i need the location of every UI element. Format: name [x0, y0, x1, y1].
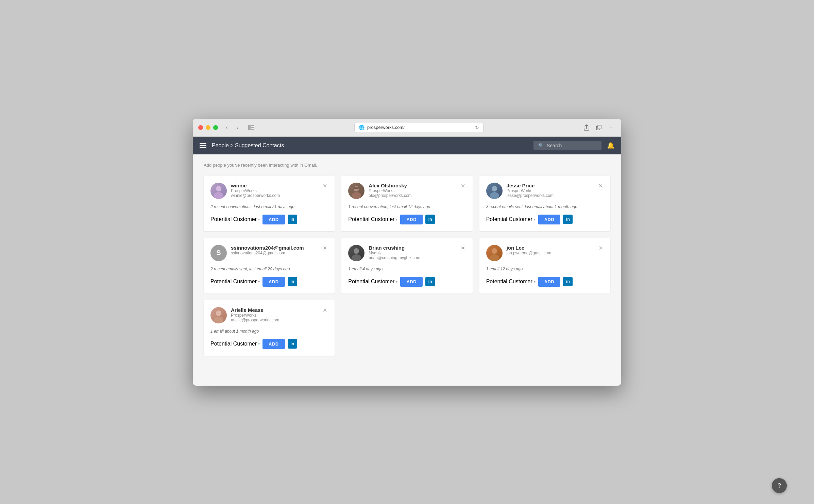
avatar	[210, 307, 227, 323]
linkedin-button[interactable]: in	[425, 215, 435, 224]
chevron-down-icon: ▾	[258, 342, 260, 346]
contact-card-jon-lee: jon Lee jon.pwdemo@gmail.com ✕ 1 email 1…	[479, 238, 610, 293]
svg-point-17	[216, 310, 221, 316]
dismiss-button[interactable]: ✕	[598, 183, 604, 189]
contact-company: jon.pwdemo@gmail.com	[507, 251, 598, 255]
contact-company: ssinnovations204@gmail.com	[231, 251, 322, 255]
contact-card-jesse-price: Jesse Price ProsperWorks jesse@prosperwo…	[479, 176, 610, 231]
maximize-traffic-light[interactable]	[213, 125, 218, 130]
browser-chrome: ‹ › 🌐 prosperworks.com/ ↻	[193, 119, 621, 137]
svg-point-18	[214, 317, 223, 323]
card-header: Brian crushing Mygbiz brian@crushing.myg…	[348, 245, 465, 261]
contact-company: ProsperWorks	[231, 313, 322, 318]
svg-point-16	[490, 254, 499, 261]
contact-card-brian-crushing: Brian crushing Mygbiz brian@crushing.myg…	[341, 238, 472, 293]
card-activity: 1 email 12 days ago	[486, 267, 604, 271]
svg-rect-5	[598, 125, 601, 129]
type-dropdown[interactable]: Potential Customer ▾	[210, 216, 260, 222]
refresh-icon[interactable]: ↻	[475, 125, 479, 130]
card-activity: 3 recent emails sent, last email about 1…	[486, 204, 604, 209]
new-tab-button[interactable]: +	[606, 123, 616, 132]
minimize-traffic-light[interactable]	[206, 125, 210, 130]
type-label: Potential Customer	[348, 279, 394, 285]
linkedin-button[interactable]: in	[563, 277, 573, 286]
type-dropdown[interactable]: Potential Customer ▾	[486, 216, 536, 222]
sidebar-toggle-button[interactable]	[247, 123, 256, 132]
contact-card-ssinnovations: S ssinnovations204@gmail.com ssinnovatio…	[204, 238, 335, 293]
close-traffic-light[interactable]	[198, 125, 203, 130]
card-header: Alex Olshonsky ProsperWorks olo@prosperw…	[348, 183, 465, 199]
notification-button[interactable]: 🔔	[607, 142, 614, 149]
svg-point-13	[354, 248, 359, 254]
card-footer: Potential Customer ▾ ADD in	[348, 215, 465, 224]
address-bar[interactable]: 🌐 prosperworks.com/ ↻	[354, 123, 484, 132]
browser-titlebar: ‹ › 🌐 prosperworks.com/ ↻	[193, 119, 621, 136]
linkedin-button[interactable]: in	[288, 215, 297, 224]
dismiss-button[interactable]: ✕	[322, 245, 328, 252]
card-activity: 1 email 4 days ago	[348, 267, 465, 271]
search-bar[interactable]: 🔍 Search	[533, 141, 601, 150]
add-button[interactable]: ADD	[262, 215, 285, 224]
add-button[interactable]: ADD	[538, 215, 561, 224]
contact-info: Brian crushing Mygbiz brian@crushing.myg…	[369, 245, 460, 260]
contacts-grid: winnie ProsperWorks winnie@prosperworks.…	[204, 176, 610, 356]
card-header: Arielle Mease ProsperWorks arielle@prosp…	[210, 307, 328, 323]
card-activity: 1 recent conversation, last email 12 day…	[348, 204, 465, 209]
contact-card-winnie: winnie ProsperWorks winnie@prosperworks.…	[204, 176, 335, 231]
forward-button[interactable]: ›	[233, 123, 242, 132]
svg-rect-2	[251, 127, 254, 128]
chevron-down-icon: ▾	[396, 280, 397, 284]
linkedin-button[interactable]: in	[425, 277, 435, 286]
type-dropdown[interactable]: Potential Customer ▾	[486, 279, 536, 285]
share-button[interactable]	[582, 123, 591, 132]
add-button[interactable]: ADD	[400, 215, 423, 224]
type-label: Potential Customer	[486, 279, 532, 285]
type-dropdown[interactable]: Potential Customer ▾	[210, 341, 260, 347]
svg-point-9	[352, 192, 361, 199]
linkedin-button[interactable]: in	[288, 339, 297, 349]
contact-name: Brian crushing	[369, 245, 460, 251]
add-button[interactable]: ADD	[262, 339, 285, 349]
contact-info: Alex Olshonsky ProsperWorks olo@prosperw…	[369, 183, 460, 198]
chevron-down-icon: ▾	[258, 218, 260, 221]
contact-card-arielle-mease: Arielle Mease ProsperWorks arielle@prosp…	[204, 300, 335, 356]
hamburger-button[interactable]	[200, 143, 206, 148]
contact-card-alex-olshonsky: Alex Olshonsky ProsperWorks olo@prosperw…	[341, 176, 472, 231]
dismiss-button[interactable]: ✕	[460, 245, 466, 252]
card-activity: 2 recent emails sent, last email 20 days…	[210, 267, 328, 271]
svg-point-6	[216, 186, 221, 191]
contact-name: Arielle Mease	[231, 307, 322, 313]
card-footer: Potential Customer ▾ ADD in	[348, 277, 465, 287]
linkedin-button[interactable]: in	[288, 277, 297, 286]
dismiss-button[interactable]: ✕	[322, 307, 328, 314]
contact-name: Alex Olshonsky	[369, 183, 460, 188]
address-bar-container: 🌐 prosperworks.com/ ↻	[260, 123, 578, 132]
contact-company: ProsperWorks	[369, 188, 460, 193]
duplicate-button[interactable]	[594, 123, 604, 132]
type-label: Potential Customer	[210, 341, 257, 347]
type-dropdown[interactable]: Potential Customer ▾	[210, 279, 260, 285]
add-button[interactable]: ADD	[400, 277, 423, 287]
contact-company: Mygbiz	[369, 251, 460, 255]
contact-email: winnie@prosperworks.com	[231, 193, 322, 198]
card-activity: 1 email about 1 month ago	[210, 329, 328, 334]
avatar	[486, 245, 503, 261]
dismiss-button[interactable]: ✕	[322, 183, 328, 189]
nav-buttons: ‹ ›	[222, 123, 242, 132]
add-button[interactable]: ADD	[262, 277, 285, 287]
svg-rect-3	[251, 129, 254, 130]
contact-info: jon Lee jon.pwdemo@gmail.com	[507, 245, 598, 255]
linkedin-button[interactable]: in	[563, 215, 573, 224]
type-dropdown[interactable]: Potential Customer ▾	[348, 216, 397, 222]
contact-info: winnie ProsperWorks winnie@prosperworks.…	[231, 183, 322, 198]
type-label: Potential Customer	[210, 216, 257, 222]
globe-icon: 🌐	[359, 125, 364, 130]
add-button[interactable]: ADD	[538, 277, 561, 287]
dismiss-button[interactable]: ✕	[598, 245, 604, 252]
back-button[interactable]: ‹	[222, 123, 232, 132]
type-dropdown[interactable]: Potential Customer ▾	[348, 279, 397, 285]
contact-email: arielle@prosperworks.com	[231, 318, 322, 322]
contact-info: ssinnovations204@gmail.com ssinnovations…	[231, 245, 322, 255]
dismiss-button[interactable]: ✕	[460, 183, 466, 189]
url-text: prosperworks.com/	[367, 125, 472, 130]
